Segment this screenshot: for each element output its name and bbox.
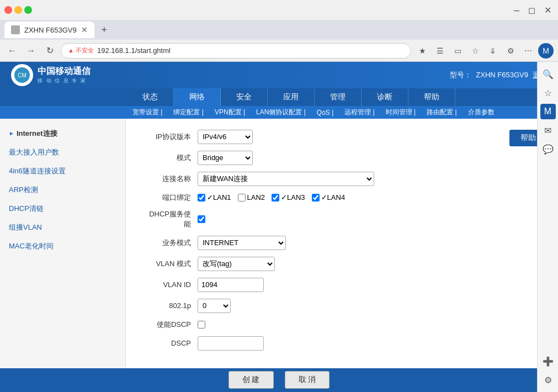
nav-security[interactable]: 安全 [221,88,268,107]
minimize-button[interactable] [14,6,22,14]
dhcp-enable-row: DHCP服务使能 [142,209,541,229]
subnav-media[interactable]: 介质参数 [463,108,500,117]
window-controls[interactable] [4,6,32,14]
page-content: CM 中国移动通信 移 动 信 息 专 家 型号： ZXHN F653GV9 退… [0,62,558,392]
vlan-mode-control: 改写(tag) 透传 不处理 [198,257,275,271]
subnav-route[interactable]: 路由配置 [421,108,462,117]
more-icon[interactable]: ⋯ [520,43,536,59]
lan1-checkbox[interactable] [198,194,205,202]
sidebar-max-users-label: 最大接入用户数 [9,147,59,157]
address-bar: ← → ↻ ▲ 不安全 192.168.1.1/start.ghtml ★ ☰ … [0,40,558,62]
email-sidebar-icon[interactable]: ✉ [540,123,556,138]
dhcp-enable-control [198,215,205,223]
form-table: IP协议版本 IPv4/v6 IPv4 IPv6 模式 [142,130,541,351]
dhcp-checkbox[interactable] [198,215,205,223]
ip-version-select[interactable]: IPv4/v6 IPv4 IPv6 [198,130,253,144]
profile-icon[interactable]: M [538,43,554,59]
logo-circle: CM [11,64,33,86]
lan3-checkbox[interactable] [272,194,279,202]
service-row: 业务模式 INTERNET VOIP IPTV OTHER [142,236,541,250]
search-sidebar-icon[interactable]: 🔍 [540,66,556,82]
maximize-button[interactable] [24,6,32,14]
back-button[interactable]: ← [4,43,20,59]
tab-close-button[interactable]: ✕ [81,25,88,34]
mode-select[interactable]: Bridge Route [198,151,253,165]
sidebar-item-max-users[interactable]: 最大接入用户数 [0,143,125,162]
dhcp-enable-label: DHCP服务使能 [142,209,198,229]
browser-tab[interactable]: ZXHN F653GV9 ✕ [4,22,94,38]
tab-bar: ZXHN F653GV9 ✕ + [0,20,558,40]
service-control: INTERNET VOIP IPTV OTHER [198,236,286,250]
conn-name-select[interactable]: 新建WAN连接 [198,172,374,186]
sidebar-item-4in6[interactable]: 4in6隧道连接设置 [0,162,125,181]
subnav-vpn[interactable]: VPN配置 [209,108,251,117]
sidebar-item-internet[interactable]: ► Internet连接 [0,124,125,143]
subnav-bind[interactable]: 绑定配置 [168,108,209,117]
nav-status[interactable]: 状态 [127,88,174,107]
dscp-enable-row: 使能DSCP [142,320,541,330]
subnav-remote[interactable]: 远程管理 [339,108,380,117]
dscp-input[interactable] [198,336,264,351]
nav-manage[interactable]: 管理 [315,88,362,107]
reader-icon[interactable]: ☰ [432,43,448,59]
nav-app[interactable]: 应用 [268,88,315,107]
window-restore-icon[interactable]: ◻ [528,5,535,15]
sidebar-item-vlan[interactable]: 组播VLAN [0,218,125,237]
sidebar-item-dhcp[interactable]: DHCP清链 [0,199,125,218]
address-text: 192.168.1.1/start.ghtml [97,46,171,55]
subnav-broadband[interactable]: 宽带设置 [127,108,168,117]
main-nav: 状态 网络 安全 应用 管理 诊断 帮助 [0,88,558,107]
nav-network[interactable]: 网络 [174,88,221,107]
model-value: ZXHN F653GV9 [476,71,528,79]
window-minimize-icon[interactable]: – [514,4,519,16]
bookmark-icon[interactable]: ★ [414,43,430,59]
window-close-icon[interactable]: ✕ [544,5,551,15]
dscp-row: DSCP [142,336,541,351]
subnav-qos[interactable]: QoS [311,109,339,116]
profile-sidebar-icon[interactable]: M [540,104,556,119]
mode-control: Bridge Route [198,151,253,165]
refresh-button[interactable]: ↻ [42,43,57,59]
vlan-mode-row: VLAN 模式 改写(tag) 透传 不处理 [142,257,541,271]
dot1p-select[interactable]: 0 1 2 3 4 5 6 7 [198,299,231,313]
lan3-label: ✓LAN3 [281,193,305,202]
security-warning: ▲ 不安全 [68,46,94,55]
lan4-checkbox[interactable] [312,194,320,202]
title-bar: – ◻ ✕ [0,0,558,20]
close-button[interactable] [4,6,12,14]
settings-sidebar-icon[interactable]: ⚙ [540,372,556,388]
service-select[interactable]: INTERNET VOIP IPTV OTHER [198,236,286,250]
subnav-lan[interactable]: LAN侧协议配置 [251,108,311,117]
subnav-time[interactable]: 时间管理 [380,108,421,117]
favorites-icon[interactable]: ☆ [467,43,483,59]
router-page: CM 中国移动通信 移 动 信 息 专 家 型号： ZXHN F653GV9 退… [0,62,558,392]
vlan-id-label: VLAN ID [142,280,198,289]
tab-title: ZXHN F653GV9 [24,26,77,34]
sidebar-item-mac[interactable]: MAC老化时间 [0,237,125,256]
sidebar-4in6-label: 4in6隧道连接设置 [9,166,66,176]
add-sidebar-icon[interactable]: ➕ [540,353,556,369]
vlan-mode-select[interactable]: 改写(tag) 透传 不处理 [198,257,275,271]
nav-help[interactable]: 帮助 [408,88,455,107]
vlan-id-row: VLAN ID [142,278,541,292]
address-input[interactable]: ▲ 不安全 192.168.1.1/start.ghtml [61,43,411,59]
dot1p-label: 802.1p [142,301,198,310]
cancel-button[interactable]: 取 消 [285,371,330,389]
download-icon[interactable]: ⇓ [485,43,501,59]
create-button[interactable]: 创 建 [228,371,274,389]
dscp-enable-checkbox[interactable] [198,321,205,329]
split-icon[interactable]: ▭ [450,43,465,59]
extension-icon[interactable]: ⚙ [503,43,518,59]
sidebar-dhcp-label: DHCP清链 [9,204,44,214]
lan2-checkbox[interactable] [238,194,246,202]
sub-nav: 宽带设置 绑定配置 VPN配置 LAN侧协议配置 QoS 远程管理 时间管理 路… [0,106,558,118]
sidebar-item-arp[interactable]: ARP检测 [0,181,125,199]
forward-button[interactable]: → [23,43,39,59]
nav-diagnose[interactable]: 诊断 [362,88,408,107]
new-tab-button[interactable]: + [97,22,112,38]
messenger-sidebar-icon[interactable]: 💬 [540,141,556,157]
vlan-id-input[interactable] [198,278,264,292]
lan4-label: ✓LAN4 [321,193,346,202]
dot1p-control: 0 1 2 3 4 5 6 7 [198,299,231,313]
favorites-sidebar-icon[interactable]: ☆ [540,85,556,100]
